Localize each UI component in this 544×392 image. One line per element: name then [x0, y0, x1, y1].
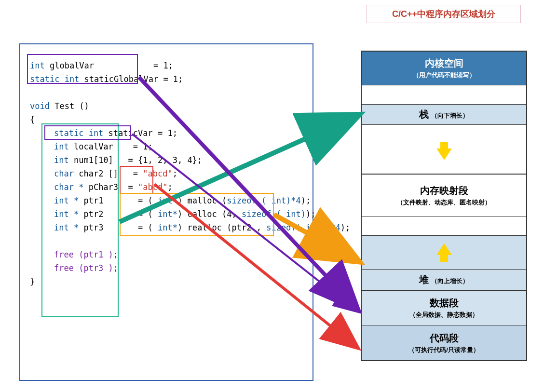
kw-int: int: [30, 61, 50, 70]
mem-heap-sub: （向上增长）: [431, 277, 469, 284]
code-l1: int globalVar = 1;: [30, 59, 303, 72]
code-l13: free (ptr1 );: [30, 248, 303, 261]
eq: = (: [138, 196, 158, 205]
eq: = 1;: [158, 128, 177, 138]
close: );: [306, 209, 315, 219]
code-l6: int localVar = 1;: [30, 140, 303, 153]
id-staticGlobalVar: staticGlobalVar: [84, 74, 159, 84]
id-staticVar: staticVar: [109, 128, 153, 138]
eq: = 1;: [133, 142, 153, 151]
code-l14: free (ptr3 );: [30, 261, 303, 275]
fn-malloc: ) malloc (: [177, 196, 227, 205]
mem-code-sub: （可执行代码/只读常量）: [408, 346, 479, 354]
str-abcd1: "abcd": [143, 169, 172, 178]
id-num1: num1[10]: [74, 155, 113, 165]
semi: ;: [167, 182, 172, 192]
eq: = 1;: [153, 61, 173, 70]
diagram-title: C/C++中程序内存区域划分: [367, 5, 521, 23]
mem-gap2: [362, 216, 526, 236]
code-l2: static int staticGlobalVar = 1;: [30, 72, 303, 86]
arrow-down-icon: [436, 142, 452, 160]
id-ptr1: ptr1: [83, 196, 103, 205]
id-localVar: localVar: [74, 142, 113, 151]
mem-stack-sub: （向下增长）: [431, 112, 469, 119]
kw-charp: char *: [54, 182, 89, 192]
kw-int: int: [54, 155, 74, 165]
close: );: [340, 223, 350, 232]
code-l11: int * ptr2 = ( int*) calloc (4, sizeof (…: [30, 207, 303, 221]
id-ptr3: ptr3: [83, 223, 103, 232]
mem-stack-title: 栈: [419, 109, 429, 120]
eq: = (: [138, 209, 158, 219]
code-l12: int * ptr3 = ( int*) realloc (ptr2 , siz…: [30, 221, 303, 234]
mem-stack-grow: [362, 125, 526, 174]
eq: =: [128, 182, 138, 192]
mem-kernel: 内核空间 （用户代码不能读写）: [362, 52, 526, 85]
kw-intp: int *: [54, 196, 83, 205]
code-l15: }: [30, 275, 303, 288]
mem-heap: 堆 （向上增长）: [362, 270, 526, 291]
code-l7: int num1[10] = {1, 2, 3, 4};: [30, 153, 303, 167]
code-l9: char * pChar3 = "abcd";: [30, 180, 303, 194]
kw-intp: int *: [54, 223, 83, 232]
eq: =: [133, 169, 143, 178]
arg-sizeof: sizeof ( int): [242, 209, 306, 219]
code-l4: {: [30, 113, 303, 126]
mem-code-title: 代码段: [430, 332, 459, 345]
arg-sizeof: sizeof( int )*4: [266, 223, 340, 232]
id-globalVar: globalVar: [50, 61, 94, 70]
mem-gap1: [362, 85, 526, 105]
code-l3: void Test (): [30, 99, 303, 113]
mem-mmap: 内存映射段 （文件映射、动态库、匿名映射）: [362, 174, 526, 216]
kw-intp: int *: [54, 209, 83, 219]
cast-int: int*: [158, 196, 177, 205]
mem-heap-title: 堆: [419, 274, 429, 285]
fn-calloc: ) calloc (4,: [177, 209, 242, 219]
kw-int: int: [54, 142, 74, 151]
cast-int: int*: [158, 223, 177, 232]
kw-static-int: static int: [54, 128, 109, 138]
mem-data-sub: （全局数据、静态数据）: [409, 311, 478, 319]
code-l5: static int staticVar = 1;: [30, 126, 303, 140]
id-pChar3: pChar3: [89, 182, 118, 192]
close: );: [301, 196, 311, 205]
cast-int: int*: [158, 209, 177, 219]
memory-layout: 内核空间 （用户代码不能读写） 栈 （向下增长） 内存映射段 （文件映射、动态库…: [361, 51, 527, 361]
mem-mmap-title: 内存映射段: [420, 184, 468, 197]
kw-char: char: [54, 169, 79, 178]
arg-sizeof: sizeof ( int)*4: [227, 196, 301, 205]
str-abcd2: "abcd": [138, 182, 167, 192]
fn-Test: Test (): [54, 101, 89, 111]
eq: = {1, 2, 3, 4};: [128, 155, 203, 165]
mem-data: 数据段 （全局数据、静态数据）: [362, 291, 526, 325]
fn-realloc: ) realloc (ptr2 ,: [177, 223, 266, 232]
mem-mmap-sub: （文件映射、动态库、匿名映射）: [397, 198, 491, 207]
mem-code: 代码段 （可执行代码/只读常量）: [362, 325, 526, 360]
mem-stack: 栈 （向下增长）: [362, 105, 526, 125]
arrow-up-icon: [436, 243, 452, 262]
mem-kernel-title: 内核空间: [425, 57, 463, 70]
semi: ;: [173, 169, 177, 178]
kw-static-int: static int: [30, 74, 84, 84]
eq: = 1;: [163, 74, 183, 84]
mem-heap-grow: [362, 236, 526, 270]
mem-kernel-sub: （用户代码不能读写）: [413, 71, 476, 80]
code-l8: char char2 [] = "abcd";: [30, 167, 303, 180]
mem-data-title: 数据段: [430, 297, 459, 310]
code-panel: int globalVar = 1; static int staticGlob…: [19, 43, 313, 381]
code-l10: int * ptr1 = ( int*) malloc (sizeof ( in…: [30, 194, 303, 207]
kw-void: void: [30, 101, 54, 111]
id-ptr2: ptr2: [83, 209, 103, 219]
eq: = (: [138, 223, 158, 232]
id-char2: char2 []: [79, 169, 118, 178]
